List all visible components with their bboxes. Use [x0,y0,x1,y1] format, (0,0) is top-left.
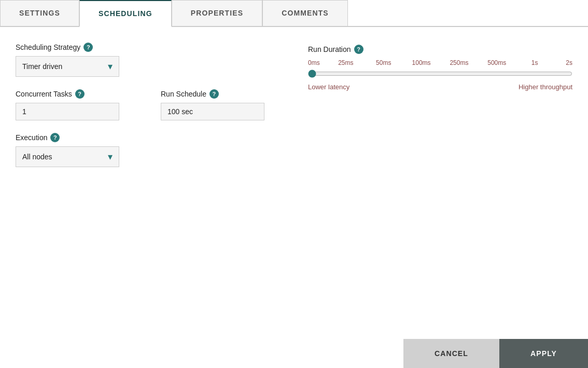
scheduling-strategy-select[interactable]: Timer driven ▾ [16,56,119,77]
tick-50ms: 50ms [365,59,402,66]
run-duration-slider[interactable] [308,70,572,78]
run-schedule-help-icon[interactable]: ? [209,89,219,99]
tick-100ms: 100ms [402,59,440,66]
execution-value: All nodes [22,153,52,161]
main-content: Scheduling Strategy ? Timer driven ▾ Con… [0,27,588,190]
scheduling-strategy-group: Scheduling Strategy ? Timer driven ▾ [16,43,287,77]
right-panel: Run Duration ? 0ms 25ms 50ms 100ms 250ms… [308,43,572,180]
scheduling-strategy-label: Scheduling Strategy ? [16,43,287,52]
tick-1s: 1s [516,59,554,66]
cancel-button[interactable]: CANCEL [403,339,499,368]
left-panel: Scheduling Strategy ? Timer driven ▾ Con… [16,43,287,180]
execution-arrow-icon: ▾ [108,151,113,162]
run-duration-section: Run Duration ? 0ms 25ms 50ms 100ms 250ms… [308,45,572,91]
concurrent-tasks-group: Concurrent Tasks ? [16,89,119,120]
run-duration-help-icon[interactable]: ? [354,45,363,54]
run-schedule-group: Run Schedule ? [161,89,264,120]
execution-help-icon[interactable]: ? [50,133,60,142]
execution-select[interactable]: All nodes ▾ [16,146,119,167]
concurrent-tasks-label: Concurrent Tasks ? [16,89,119,99]
label-lower-latency: Lower latency [308,83,349,91]
scheduling-strategy-value: Timer driven [22,62,62,71]
scheduling-strategy-text: Scheduling Strategy [16,43,80,51]
slider-ticks: 0ms 25ms 50ms 100ms 250ms 500ms 1s 2s [308,59,572,66]
slider-labels: Lower latency Higher throughput [308,83,572,91]
apply-button[interactable]: APPLY [499,339,588,368]
run-schedule-input[interactable] [161,103,264,120]
label-higher-throughput: Higher throughput [519,83,572,91]
concurrent-tasks-text: Concurrent Tasks [16,90,72,98]
execution-text: Execution [16,133,47,142]
tick-2s: 2s [554,59,572,66]
run-duration-label: Run Duration ? [308,45,572,54]
scheduling-strategy-help-icon[interactable]: ? [83,43,93,52]
scheduling-strategy-arrow-icon: ▾ [108,61,113,72]
run-duration-text: Run Duration [308,45,351,53]
tick-500ms: 500ms [478,59,516,66]
concurrent-tasks-help-icon[interactable]: ? [75,89,85,99]
execution-group: Execution ? All nodes ▾ [16,133,287,167]
tabs-bar: SETTINGS SCHEDULING PROPERTIES COMMENTS [0,0,588,27]
footer: CANCEL APPLY [0,339,588,368]
run-schedule-text: Run Schedule [161,90,206,98]
concurrent-tasks-input[interactable] [16,103,119,120]
tab-settings[interactable]: SETTINGS [0,0,79,26]
concurrent-run-row: Concurrent Tasks ? Run Schedule ? [16,89,287,133]
tab-comments[interactable]: COMMENTS [262,0,348,26]
tick-25ms: 25ms [327,59,365,66]
tab-scheduling[interactable]: SCHEDULING [79,0,172,27]
execution-label: Execution ? [16,133,287,142]
tick-0ms: 0ms [308,59,327,66]
run-duration-slider-container [308,70,572,80]
tick-250ms: 250ms [440,59,478,66]
tab-properties[interactable]: PROPERTIES [172,0,262,26]
run-schedule-label: Run Schedule ? [161,89,264,99]
